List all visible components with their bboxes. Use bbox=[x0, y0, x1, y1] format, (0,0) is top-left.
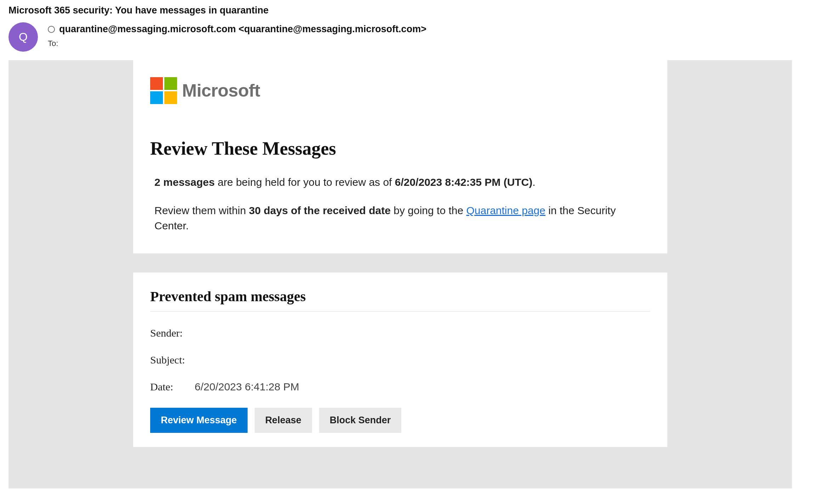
sender-label: Sender: bbox=[150, 327, 192, 339]
review-card: Microsoft Review These Messages 2 messag… bbox=[133, 60, 667, 253]
p2-pre: Review them within bbox=[154, 205, 249, 216]
spam-card: Prevented spam messages Sender: Subject:… bbox=[133, 273, 667, 447]
review-heading: Review These Messages bbox=[150, 138, 650, 159]
release-button[interactable]: Release bbox=[255, 408, 312, 433]
from-line: quarantine@messaging.microsoft.com <quar… bbox=[48, 24, 812, 35]
review-paragraph-2: Review them within 30 days of the receiv… bbox=[154, 203, 650, 234]
sender-avatar: Q bbox=[9, 22, 38, 52]
presence-ring-icon bbox=[48, 26, 55, 33]
email-body-frame: Microsoft Review These Messages 2 messag… bbox=[9, 60, 792, 488]
date-label: Date: bbox=[150, 381, 192, 393]
review-message-button[interactable]: Review Message bbox=[150, 408, 248, 433]
quarantine-page-link[interactable]: Quarantine page bbox=[466, 205, 545, 216]
microsoft-squares-icon bbox=[150, 77, 177, 104]
date-value: 6/20/2023 6:41:28 PM bbox=[195, 381, 299, 393]
email-from-row: Q quarantine@messaging.microsoft.com <qu… bbox=[0, 19, 821, 60]
review-deadline: 30 days of the received date bbox=[249, 205, 391, 216]
msg-count: 2 messages bbox=[154, 176, 215, 188]
microsoft-wordmark: Microsoft bbox=[182, 80, 260, 101]
action-button-row: Review Message Release Block Sender bbox=[150, 408, 650, 433]
p1-mid: are being held for you to review as of bbox=[215, 176, 395, 188]
email-subject: Microsoft 365 security: You have message… bbox=[0, 0, 821, 19]
date-row: Date: 6/20/2023 6:41:28 PM bbox=[150, 381, 650, 393]
spam-heading: Prevented spam messages bbox=[150, 288, 650, 311]
to-label: To: bbox=[48, 39, 812, 48]
review-paragraph-1: 2 messages are being held for you to rev… bbox=[154, 174, 650, 190]
subject-label: Subject: bbox=[150, 354, 192, 366]
block-sender-button[interactable]: Block Sender bbox=[319, 408, 402, 433]
p2-mid: by going to the bbox=[391, 205, 466, 216]
from-address: quarantine@messaging.microsoft.com <quar… bbox=[59, 24, 426, 35]
as-of-datetime: 6/20/2023 8:42:35 PM (UTC) bbox=[395, 176, 533, 188]
sender-row: Sender: bbox=[150, 327, 650, 339]
p1-suffix: . bbox=[532, 176, 535, 188]
subject-row: Subject: bbox=[150, 354, 650, 366]
microsoft-logo: Microsoft bbox=[150, 77, 650, 104]
